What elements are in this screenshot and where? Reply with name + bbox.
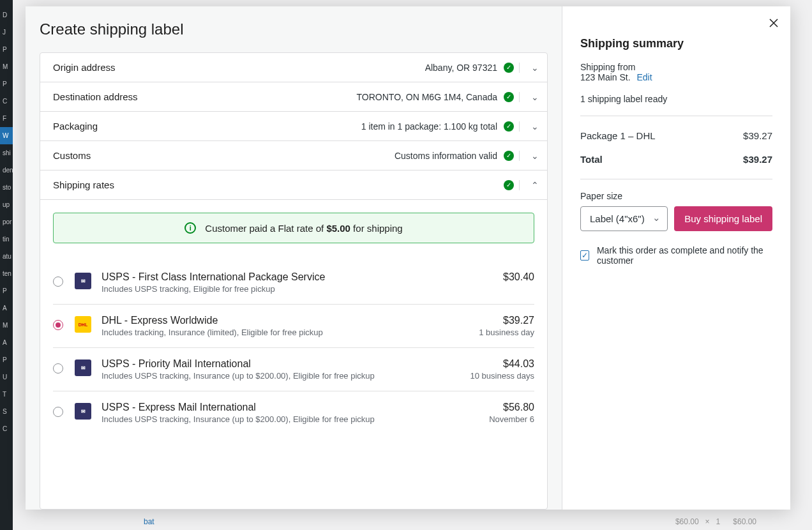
paper-size-select[interactable]: Label (4"x6") — [580, 206, 668, 231]
rate-description: Includes USPS tracking, Insurance (up to… — [102, 414, 489, 424]
check-icon: ✓ — [504, 92, 514, 102]
section-destination[interactable]: Destination address TORONTO, ON M6G 1M4,… — [40, 82, 547, 112]
rate-row[interactable]: ✉USPS - Express Mail InternationalInclud… — [53, 391, 534, 434]
summary-pane: Shipping summary Shipping from 123 Main … — [562, 6, 790, 510]
bg-sidebar-item: ten — [0, 265, 13, 282]
package-line: Package 1 – DHL $39.27 — [580, 124, 772, 148]
usps-logo-icon: ✉ — [75, 403, 91, 420]
section-origin[interactable]: Origin address Albany, OR 97321 ✓ ⌄ — [40, 53, 547, 82]
bg-sidebar-item: S — [0, 403, 13, 420]
rate-info: USPS - First Class International Package… — [102, 271, 503, 294]
bg-sidebar-item: T — [0, 386, 13, 403]
rate-name: USPS - Express Mail International — [102, 402, 489, 413]
shipping-label-modal: Create shipping label Origin address Alb… — [26, 6, 790, 510]
bg-sidebar-item: P — [0, 75, 13, 93]
bg-product-name: bat — [144, 517, 154, 526]
bg-sidebar-item: M — [0, 58, 13, 75]
bg-sidebar-item: M — [0, 317, 13, 334]
info-prefix: Customer paid a Flat rate of — [205, 223, 326, 234]
bg-sidebar-item: P — [0, 282, 13, 299]
rate-description: Includes tracking, Insurance (limited), … — [102, 328, 479, 337]
rate-price-block: $30.40 — [503, 271, 534, 283]
paper-size-label: Paper size — [580, 191, 772, 201]
chevron-down-icon[interactable]: ⌄ — [519, 92, 537, 102]
rate-radio[interactable] — [53, 320, 63, 330]
rate-eta: 1 business day — [479, 328, 534, 337]
section-summary: 1 item in 1 package: 1.100 kg total — [361, 121, 497, 132]
chevron-up-icon[interactable]: ⌃ — [519, 180, 537, 190]
rate-price: $39.27 — [479, 315, 534, 326]
section-summary: Albany, OR 97321 — [425, 63, 497, 73]
buy-shipping-label-button[interactable]: Buy shipping label — [674, 206, 772, 231]
bg-sidebar-item: atu — [0, 248, 13, 265]
section-shipping-rates[interactable]: Shipping rates ✓ ⌃ — [40, 170, 547, 200]
sections-container: Origin address Albany, OR 97321 ✓ ⌄ Dest… — [40, 52, 548, 510]
package-price: $39.27 — [743, 130, 772, 141]
check-icon: ✓ — [504, 151, 514, 161]
modal-title: Create shipping label — [26, 20, 562, 52]
mark-complete-label: Mark this order as complete and notify t… — [597, 245, 772, 266]
rate-description: Includes USPS tracking, Insurance (up to… — [102, 371, 470, 381]
bg-sidebar-item: J — [0, 24, 13, 41]
section-label: Destination address — [53, 91, 138, 102]
usps-logo-icon: ✉ — [75, 273, 91, 289]
bg-sidebar-item: up — [0, 196, 13, 213]
info-amount: $5.00 — [326, 223, 350, 234]
bg-sidebar-item: U — [0, 368, 13, 386]
bg-sidebar-item: D — [0, 6, 13, 24]
bg-qty: 1 — [716, 517, 721, 526]
rate-name: USPS - First Class International Package… — [102, 271, 503, 283]
total-line: Total $39.27 — [580, 148, 772, 171]
bg-sidebar-item: shi — [0, 144, 13, 162]
rate-info: USPS - Priority Mail InternationalInclud… — [102, 358, 470, 381]
background-order-row: bat $60.00 × 1 $60.00 — [80, 513, 782, 530]
mark-complete-checkbox[interactable]: ✓ — [580, 250, 589, 261]
close-icon — [769, 18, 779, 28]
bg-sidebar-item: C — [0, 420, 13, 437]
edit-address-link[interactable]: Edit — [637, 72, 652, 82]
close-button[interactable] — [766, 15, 781, 31]
chevron-down-icon[interactable]: ⌄ — [519, 63, 537, 73]
rate-price: $44.03 — [470, 358, 534, 370]
section-label: Packaging — [53, 121, 98, 132]
usps-logo-icon: ✉ — [75, 360, 91, 376]
total-label: Total — [580, 154, 603, 165]
bg-sidebar-item: den — [0, 162, 13, 179]
bg-sidebar-item: F — [0, 110, 13, 127]
rate-info: USPS - Express Mail InternationalInclude… — [102, 402, 489, 424]
modal-left-pane: Create shipping label Origin address Alb… — [26, 6, 562, 510]
bg-sidebar-item: C — [0, 93, 13, 110]
shipping-from-label: Shipping from — [580, 62, 772, 72]
section-summary: Customs information valid — [395, 151, 497, 161]
rate-price-block: $44.0310 business days — [470, 358, 534, 381]
info-banner: i Customer paid a Flat rate of $5.00 for… — [53, 213, 534, 243]
bg-sidebar-item: P — [0, 351, 13, 368]
bg-sidebar-item: por — [0, 213, 13, 231]
rate-row[interactable]: DHLDHL - Express WorldwideIncludes track… — [53, 305, 534, 348]
rate-radio[interactable] — [53, 276, 63, 287]
rate-row[interactable]: ✉USPS - First Class International Packag… — [53, 261, 534, 305]
section-label: Shipping rates — [53, 179, 114, 190]
section-customs[interactable]: Customs Customs information valid ✓ ⌄ — [40, 141, 547, 170]
chevron-down-icon[interactable]: ⌄ — [519, 121, 537, 132]
rate-eta: 10 business days — [470, 371, 534, 381]
info-suffix: for shipping — [350, 223, 403, 234]
label-ready-text: 1 shipping label ready — [580, 94, 772, 104]
total-price: $39.27 — [743, 154, 772, 165]
bg-sidebar-item: W — [0, 127, 13, 144]
chevron-down-icon[interactable]: ⌄ — [519, 151, 537, 161]
section-label: Customs — [53, 150, 91, 161]
bg-sidebar-item: P — [0, 41, 13, 58]
section-packaging[interactable]: Packaging 1 item in 1 package: 1.100 kg … — [40, 112, 547, 141]
bg-sidebar-item: sto — [0, 179, 13, 196]
check-icon: ✓ — [504, 121, 514, 132]
rate-row[interactable]: ✉USPS - Priority Mail InternationalInclu… — [53, 348, 534, 391]
check-icon: ✓ — [504, 63, 514, 73]
summary-title: Shipping summary — [580, 37, 772, 50]
rate-radio[interactable] — [53, 407, 63, 417]
rate-price: $56.80 — [489, 402, 534, 413]
rate-name: DHL - Express Worldwide — [102, 315, 479, 326]
rate-radio[interactable] — [53, 363, 63, 374]
bg-sidebar-item: A — [0, 334, 13, 351]
rate-price: $30.40 — [503, 271, 534, 283]
